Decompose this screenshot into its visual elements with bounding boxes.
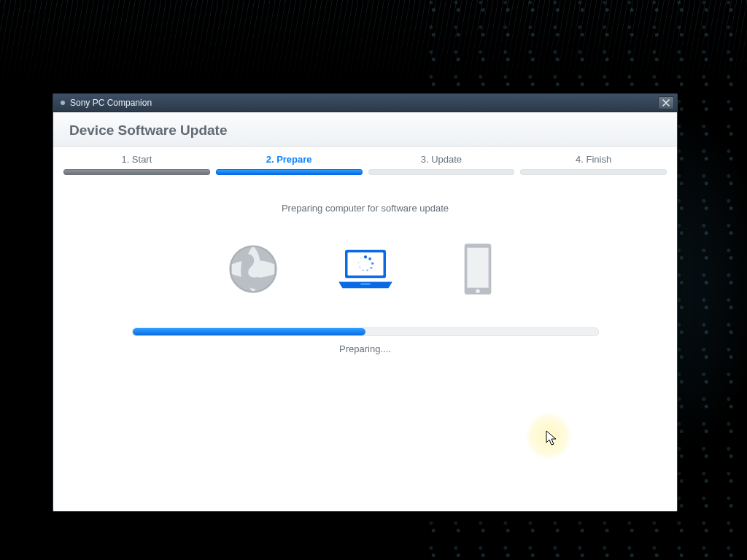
- wizard-body: Preparing computer for software update: [53, 175, 677, 511]
- desktop: Sony PC Companion Device Software Update…: [0, 0, 747, 560]
- wallpaper-decoration-top: [0, 0, 747, 88]
- app-icon: [61, 101, 65, 105]
- svg-rect-5: [360, 283, 371, 285]
- svg-point-17: [476, 289, 480, 294]
- progress-area: Preparing....: [132, 327, 599, 354]
- globe-icon: [222, 238, 284, 300]
- close-button[interactable]: [658, 96, 674, 109]
- svg-point-13: [357, 262, 359, 263]
- svg-point-8: [371, 262, 374, 265]
- page-header: Device Software Update: [53, 112, 677, 147]
- svg-point-10: [366, 269, 368, 271]
- step-bar: [520, 169, 667, 175]
- status-subtitle: Preparing computer for software update: [75, 203, 655, 214]
- step-label: 1. Start: [63, 151, 210, 169]
- app-window: Sony PC Companion Device Software Update…: [53, 93, 678, 512]
- step-label: 2. Prepare: [216, 151, 363, 169]
- laptop-icon: [335, 238, 396, 300]
- progress-fill: [133, 328, 365, 335]
- svg-point-6: [363, 255, 366, 258]
- wizard-steps: 1. Start 2. Prepare 3. Update 4. Finish: [53, 147, 677, 175]
- svg-point-14: [360, 257, 361, 259]
- window-title: Sony PC Companion: [70, 98, 658, 108]
- step-start: 1. Start: [63, 151, 210, 175]
- step-bar: [216, 169, 363, 175]
- step-label: 4. Finish: [520, 151, 667, 169]
- progress-label: Preparing....: [132, 343, 599, 354]
- close-icon: [662, 99, 670, 106]
- step-update: 3. Update: [368, 151, 515, 175]
- phone-icon: [447, 238, 508, 300]
- svg-point-12: [358, 266, 360, 268]
- step-label: 3. Update: [368, 151, 515, 169]
- step-bar: [63, 169, 210, 175]
- svg-point-7: [368, 257, 371, 260]
- svg-rect-16: [467, 248, 488, 288]
- step-bar: [368, 169, 515, 175]
- step-finish: 4. Finish: [520, 151, 667, 175]
- progress-bar: [132, 327, 599, 336]
- page-title: Device Software Update: [69, 122, 661, 139]
- step-prepare: 2. Prepare: [216, 151, 363, 175]
- titlebar[interactable]: Sony PC Companion: [53, 94, 677, 112]
- svg-point-11: [362, 269, 364, 271]
- stage-icons: [75, 238, 655, 300]
- svg-point-9: [370, 267, 372, 269]
